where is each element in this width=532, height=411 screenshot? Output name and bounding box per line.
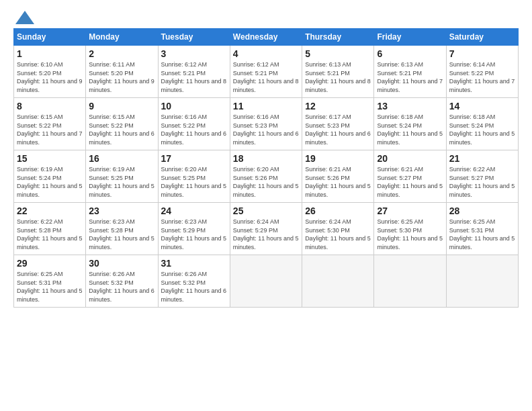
day-number: 22 (17, 205, 83, 216)
day-number: 23 (89, 205, 154, 216)
day-number: 24 (161, 205, 227, 216)
day-number: 10 (161, 101, 227, 111)
calendar-week-row: 1Sunrise: 6:10 AMSunset: 5:20 PMDaylight… (14, 46, 519, 98)
day-info: Sunrise: 6:26 AMSunset: 5:32 PMDaylight:… (161, 271, 227, 303)
table-row: 23Sunrise: 6:23 AMSunset: 5:28 PMDayligh… (86, 203, 158, 255)
day-number: 11 (233, 101, 299, 111)
svg-marker-0 (15, 11, 34, 24)
day-number: 17 (161, 153, 227, 164)
day-number: 28 (449, 205, 515, 216)
day-number: 16 (89, 153, 154, 164)
table-row: 9Sunrise: 6:15 AMSunset: 5:22 PMDaylight… (86, 98, 158, 150)
day-info: Sunrise: 6:18 AMSunset: 5:24 PMDaylight:… (377, 113, 443, 146)
day-info: Sunrise: 6:23 AMSunset: 5:28 PMDaylight:… (89, 218, 154, 250)
day-number: 6 (377, 48, 443, 59)
day-number: 1 (17, 48, 83, 59)
table-row: 17Sunrise: 6:20 AMSunset: 5:25 PMDayligh… (158, 150, 230, 203)
day-info: Sunrise: 6:16 AMSunset: 5:23 PMDaylight:… (233, 113, 299, 146)
day-number: 14 (449, 101, 515, 111)
day-info: Sunrise: 6:23 AMSunset: 5:29 PMDaylight:… (161, 218, 227, 250)
table-row (374, 255, 446, 308)
table-row: 18Sunrise: 6:20 AMSunset: 5:26 PMDayligh… (230, 150, 302, 203)
day-number: 19 (305, 153, 371, 164)
day-number: 12 (305, 101, 371, 111)
day-info: Sunrise: 6:22 AMSunset: 5:27 PMDaylight:… (449, 166, 515, 198)
table-row: 10Sunrise: 6:16 AMSunset: 5:22 PMDayligh… (158, 98, 230, 150)
table-row: 5Sunrise: 6:13 AMSunset: 5:21 PMDaylight… (302, 46, 374, 98)
day-number: 5 (305, 48, 371, 59)
table-row (302, 255, 374, 308)
day-info: Sunrise: 6:20 AMSunset: 5:26 PMDaylight:… (233, 166, 299, 198)
col-friday: Friday (374, 29, 446, 46)
day-info: Sunrise: 6:19 AMSunset: 5:25 PMDaylight:… (89, 166, 154, 198)
header (13, 11, 519, 21)
col-monday: Monday (86, 29, 158, 46)
day-number: 26 (305, 205, 371, 216)
calendar-week-row: 22Sunrise: 6:22 AMSunset: 5:28 PMDayligh… (14, 203, 519, 255)
logo-icon (15, 11, 34, 24)
day-info: Sunrise: 6:18 AMSunset: 5:24 PMDaylight:… (449, 113, 515, 146)
day-info: Sunrise: 6:22 AMSunset: 5:28 PMDaylight:… (17, 218, 83, 250)
table-row: 1Sunrise: 6:10 AMSunset: 5:20 PMDaylight… (14, 46, 86, 98)
col-thursday: Thursday (302, 29, 374, 46)
day-info: Sunrise: 6:12 AMSunset: 5:21 PMDaylight:… (161, 61, 227, 93)
table-row: 31Sunrise: 6:26 AMSunset: 5:32 PMDayligh… (158, 255, 230, 308)
table-row: 20Sunrise: 6:21 AMSunset: 5:27 PMDayligh… (374, 150, 446, 203)
day-info: Sunrise: 6:20 AMSunset: 5:25 PMDaylight:… (161, 166, 227, 198)
day-info: Sunrise: 6:13 AMSunset: 5:21 PMDaylight:… (305, 61, 371, 93)
col-wednesday: Wednesday (230, 29, 302, 46)
table-row: 6Sunrise: 6:13 AMSunset: 5:21 PMDaylight… (374, 46, 446, 98)
day-info: Sunrise: 6:25 AMSunset: 5:31 PMDaylight:… (17, 271, 83, 303)
day-number: 25 (233, 205, 299, 216)
table-row: 8Sunrise: 6:15 AMSunset: 5:22 PMDaylight… (14, 98, 86, 150)
table-row: 26Sunrise: 6:24 AMSunset: 5:30 PMDayligh… (302, 203, 374, 255)
table-row: 4Sunrise: 6:12 AMSunset: 5:21 PMDaylight… (230, 46, 302, 98)
day-info: Sunrise: 6:21 AMSunset: 5:27 PMDaylight:… (377, 166, 443, 198)
day-info: Sunrise: 6:15 AMSunset: 5:22 PMDaylight:… (17, 113, 83, 146)
day-info: Sunrise: 6:17 AMSunset: 5:23 PMDaylight:… (305, 113, 371, 146)
table-row: 16Sunrise: 6:19 AMSunset: 5:25 PMDayligh… (86, 150, 158, 203)
calendar-week-row: 15Sunrise: 6:19 AMSunset: 5:24 PMDayligh… (14, 150, 519, 203)
day-number: 20 (377, 153, 443, 164)
day-info: Sunrise: 6:13 AMSunset: 5:21 PMDaylight:… (377, 61, 443, 93)
table-row: 28Sunrise: 6:25 AMSunset: 5:31 PMDayligh… (446, 203, 518, 255)
table-row: 22Sunrise: 6:22 AMSunset: 5:28 PMDayligh… (14, 203, 86, 255)
day-number: 7 (449, 48, 515, 59)
calendar-table: Sunday Monday Tuesday Wednesday Thursday… (13, 28, 519, 308)
day-info: Sunrise: 6:21 AMSunset: 5:26 PMDaylight:… (305, 166, 371, 198)
day-info: Sunrise: 6:10 AMSunset: 5:20 PMDaylight:… (17, 61, 83, 93)
day-info: Sunrise: 6:19 AMSunset: 5:24 PMDaylight:… (17, 166, 83, 198)
day-number: 3 (161, 48, 227, 59)
col-sunday: Sunday (14, 29, 86, 46)
table-row: 25Sunrise: 6:24 AMSunset: 5:29 PMDayligh… (230, 203, 302, 255)
table-row: 3Sunrise: 6:12 AMSunset: 5:21 PMDaylight… (158, 46, 230, 98)
page: Sunday Monday Tuesday Wednesday Thursday… (0, 0, 532, 411)
day-number: 4 (233, 48, 299, 59)
table-row: 14Sunrise: 6:18 AMSunset: 5:24 PMDayligh… (446, 98, 518, 150)
day-number: 29 (17, 258, 83, 269)
day-number: 21 (449, 153, 515, 164)
day-number: 27 (377, 205, 443, 216)
table-row: 12Sunrise: 6:17 AMSunset: 5:23 PMDayligh… (302, 98, 374, 150)
table-row: 21Sunrise: 6:22 AMSunset: 5:27 PMDayligh… (446, 150, 518, 203)
day-info: Sunrise: 6:25 AMSunset: 5:31 PMDaylight:… (449, 218, 515, 250)
table-row: 7Sunrise: 6:14 AMSunset: 5:22 PMDaylight… (446, 46, 518, 98)
table-row: 2Sunrise: 6:11 AMSunset: 5:20 PMDaylight… (86, 46, 158, 98)
day-number: 8 (17, 101, 83, 111)
col-saturday: Saturday (446, 29, 518, 46)
table-row (446, 255, 518, 308)
day-number: 18 (233, 153, 299, 164)
col-tuesday: Tuesday (158, 29, 230, 46)
day-info: Sunrise: 6:15 AMSunset: 5:22 PMDaylight:… (89, 113, 154, 146)
day-info: Sunrise: 6:24 AMSunset: 5:30 PMDaylight:… (305, 218, 371, 250)
calendar-week-row: 8Sunrise: 6:15 AMSunset: 5:22 PMDaylight… (14, 98, 519, 150)
day-info: Sunrise: 6:24 AMSunset: 5:29 PMDaylight:… (233, 218, 299, 250)
day-info: Sunrise: 6:14 AMSunset: 5:22 PMDaylight:… (449, 61, 515, 93)
day-number: 30 (89, 258, 154, 269)
table-row: 24Sunrise: 6:23 AMSunset: 5:29 PMDayligh… (158, 203, 230, 255)
table-row: 19Sunrise: 6:21 AMSunset: 5:26 PMDayligh… (302, 150, 374, 203)
table-row: 13Sunrise: 6:18 AMSunset: 5:24 PMDayligh… (374, 98, 446, 150)
calendar-week-row: 29Sunrise: 6:25 AMSunset: 5:31 PMDayligh… (14, 255, 519, 308)
day-number: 2 (89, 48, 154, 59)
day-number: 9 (89, 101, 154, 111)
